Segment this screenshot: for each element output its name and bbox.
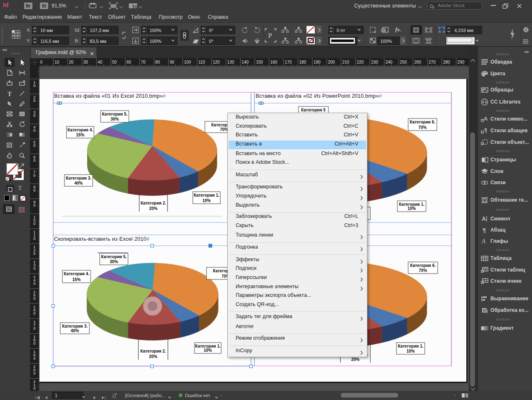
svg-text:270: 270 <box>429 60 436 64</box>
svg-text:Категория 4.: Категория 4. <box>64 272 89 276</box>
svg-text:¶: ¶ <box>483 227 486 234</box>
svg-text:15%: 15% <box>76 133 84 137</box>
svg-text:A: A <box>484 116 488 122</box>
svg-text:130: 130 <box>227 60 234 64</box>
svg-text:0: 0 <box>33 173 35 178</box>
svg-text:30: 30 <box>84 60 89 64</box>
svg-text:Категория 3.: Категория 3. <box>62 324 88 328</box>
svg-text:10%: 10% <box>407 206 416 211</box>
svg-text:70%: 70% <box>419 268 427 273</box>
svg-text:170: 170 <box>285 60 292 64</box>
svg-text:240: 240 <box>386 60 393 64</box>
svg-text:20%: 20% <box>149 206 158 211</box>
svg-text:40: 40 <box>98 60 103 64</box>
svg-text:0: 0 <box>33 341 35 346</box>
svg-text:290: 290 <box>458 60 465 64</box>
svg-text:0: 0 <box>33 221 35 226</box>
svg-text:Категория 5.: Категория 5. <box>101 254 127 259</box>
svg-text:20%: 20% <box>351 357 360 362</box>
svg-text:60: 60 <box>126 60 131 64</box>
svg-text:0: 0 <box>33 356 35 360</box>
svg-text:260: 260 <box>414 60 421 64</box>
svg-text:0: 0 <box>33 371 35 375</box>
svg-text:70%: 70% <box>418 125 426 130</box>
svg-text:100: 100 <box>184 60 191 64</box>
svg-text:0: 0 <box>33 311 35 316</box>
svg-text:15%: 15% <box>72 277 81 282</box>
svg-text:0: 0 <box>33 203 35 207</box>
svg-text:140: 140 <box>241 60 249 64</box>
svg-text:20: 20 <box>69 60 74 64</box>
svg-text:0: 0 <box>33 251 35 256</box>
svg-text:A: A <box>482 215 486 222</box>
svg-text:0: 0 <box>33 143 35 148</box>
svg-text:220: 220 <box>357 60 364 64</box>
svg-text:190: 190 <box>313 60 320 64</box>
svg-text:210: 210 <box>342 60 350 64</box>
svg-text:180: 180 <box>299 60 306 64</box>
svg-text:Скопировать-вставить·из·Excel·: Скопировать-вставить·из·Excel·2010# <box>54 236 150 242</box>
svg-text:0: 0 <box>33 236 35 241</box>
svg-text:0: 0 <box>33 326 35 331</box>
svg-text:80: 80 <box>155 60 160 64</box>
svg-text:0: 0 <box>33 296 35 301</box>
svg-text:¶: ¶ <box>484 127 487 133</box>
svg-text:T: T <box>7 91 12 97</box>
svg-text:50: 50 <box>112 60 117 64</box>
svg-text:10%: 10% <box>406 349 415 353</box>
svg-text:160: 160 <box>271 60 278 64</box>
svg-text:40%: 40% <box>74 181 83 185</box>
svg-text:0: 0 <box>33 158 35 163</box>
svg-text:A: A <box>481 238 486 244</box>
svg-text:Категория 5.: Категория 5. <box>102 112 128 116</box>
svg-text:10: 10 <box>54 60 59 64</box>
svg-text:0: 0 <box>33 188 35 193</box>
svg-text:Вставка·из·файла·«01·Из·Excel·: Вставка·из·файла·«01·Из·Excel·2010.bmp»# <box>54 93 166 99</box>
svg-text:0: 0 <box>33 386 35 390</box>
svg-text:Категория 6.: Категория 6. <box>410 120 436 124</box>
svg-text:250: 250 <box>400 60 407 64</box>
svg-text:110: 110 <box>198 60 205 64</box>
svg-text:230: 230 <box>371 60 378 64</box>
svg-text:70: 70 <box>141 60 146 64</box>
svg-text:120: 120 <box>213 60 220 64</box>
svg-text:Категория 3.: Категория 3. <box>66 176 91 180</box>
svg-text:0: 0 <box>33 266 35 271</box>
svg-text:Категория 1.: Категория 1. <box>398 344 424 348</box>
svg-text:10%: 10% <box>202 198 211 203</box>
svg-text:Категория 1.: Категория 1. <box>194 193 219 198</box>
svg-text:20%: 20% <box>149 354 157 359</box>
svg-text:200: 200 <box>328 60 335 64</box>
svg-text:0: 0 <box>33 281 35 286</box>
svg-text:0: 0 <box>33 98 35 103</box>
svg-text:90: 90 <box>170 60 175 64</box>
svg-text:0: 0 <box>33 83 35 88</box>
svg-text:P: P <box>268 32 272 40</box>
svg-text:Категория 2.: Категория 2. <box>140 201 166 205</box>
svg-text:Категория 4.: Категория 4. <box>67 128 93 132</box>
svg-text:280: 280 <box>443 60 450 64</box>
svg-text:Категория 6.: Категория 6. <box>410 263 436 268</box>
svg-text:0: 0 <box>40 60 43 64</box>
svg-text:0: 0 <box>33 128 35 133</box>
svg-text:30%: 30% <box>111 117 119 121</box>
svg-text:0: 0 <box>33 113 35 118</box>
svg-text:10%: 10% <box>204 348 212 353</box>
svg-text:Категория 2.: Категория 2. <box>140 349 166 353</box>
svg-text:Категория 5: Категория 5 <box>301 108 326 112</box>
svg-text:40%: 40% <box>71 328 79 333</box>
svg-text:Вставка·из·файла·«02·Из·PowerP: Вставка·из·файла·«02·Из·PowerPoint·2010.… <box>256 93 382 99</box>
svg-text:150: 150 <box>256 60 263 64</box>
svg-text:30%: 30% <box>110 259 118 264</box>
